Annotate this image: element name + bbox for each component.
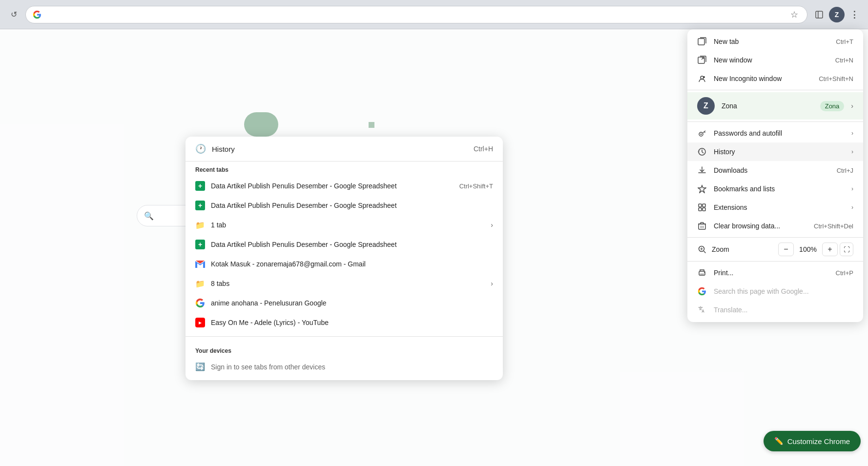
new-tab-icon: [697, 37, 707, 46]
history-item-text: 8 tabs: [211, 280, 485, 287]
recent-tabs-label: Recent tabs: [186, 162, 503, 176]
history-item[interactable]: Data Artikel Publish Penulis Desember - …: [186, 176, 503, 196]
sheets-icon: [195, 201, 205, 210]
history-item[interactable]: Kotak Masuk - zonaremaja678@gmail.com - …: [186, 254, 503, 274]
profile-avatar-button[interactable]: Z: [829, 7, 845, 22]
history-shortcut: Ctrl+H: [474, 145, 493, 153]
extensions-chevron-icon: ›: [851, 204, 853, 211]
fullscreen-button[interactable]: ⛶: [840, 243, 853, 256]
youtube-icon: [195, 318, 205, 327]
print-shortcut: Ctrl+P: [836, 269, 853, 277]
history-item[interactable]: Data Artikel Publish Penulis Desember - …: [186, 196, 503, 215]
svg-rect-2: [698, 39, 704, 45]
menu-history[interactable]: History ›: [687, 142, 863, 161]
svg-rect-1: [818, 11, 819, 18]
extensions-label: Extensions: [714, 203, 845, 211]
sheets-icon: [195, 240, 205, 249]
sidebar-toggle-button[interactable]: [811, 7, 827, 22]
extensions-icon: [697, 203, 707, 212]
svg-point-18: [704, 272, 705, 273]
sheets-icon: [195, 181, 205, 191]
history-item[interactable]: 📁 8 tabs ›: [186, 274, 503, 293]
zoom-out-button[interactable]: −: [778, 243, 794, 256]
history-item[interactable]: Data Artikel Publish Penulis Desember - …: [186, 235, 503, 254]
incognito-icon: [697, 74, 707, 83]
search-icon: 🔍: [144, 211, 154, 221]
history-item-text: anime anohana - Penelusuran Google: [211, 299, 493, 307]
menu-passwords[interactable]: Passwords and autofill ›: [687, 124, 863, 142]
history-item[interactable]: anime anohana - Penelusuran Google: [186, 293, 503, 313]
profile-chevron-icon: ›: [851, 102, 853, 110]
profile-avatar: Z: [697, 97, 715, 115]
history-header-left: 🕐 History: [195, 143, 235, 154]
bookmarks-icon: [697, 184, 707, 193]
history-item[interactable]: Easy On Me - Adele (Lyrics) - YouTube: [186, 313, 503, 332]
browser-actions: Z ⋮: [811, 7, 862, 22]
svg-rect-11: [703, 204, 705, 207]
google-g-icon: [33, 10, 41, 19]
print-label: Print...: [714, 269, 829, 277]
profile-name: Zona: [722, 102, 813, 110]
main-content: 🔍 🕐 History Ctrl+H Recent tabs Data Arti…: [0, 29, 868, 466]
history-item-text: Data Artikel Publish Penulis Desember - …: [211, 202, 493, 209]
menu-new-window[interactable]: New window Ctrl+N: [687, 51, 863, 69]
history-label: History: [714, 148, 845, 156]
new-window-label: New window: [714, 56, 828, 64]
zoom-in-button[interactable]: +: [822, 243, 838, 256]
passwords-chevron-icon: ›: [851, 130, 853, 137]
menu-translate[interactable]: Translate...: [687, 301, 863, 319]
clear-browsing-shortcut: Ctrl+Shift+Del: [814, 223, 853, 230]
svg-point-5: [703, 76, 705, 78]
new-tab-shortcut: Ctrl+T: [836, 38, 853, 45]
menu-print[interactable]: Print... Ctrl+P: [687, 263, 863, 282]
history-header-item[interactable]: 🕐 History Ctrl+H: [186, 137, 503, 162]
address-bar[interactable]: ☆: [25, 6, 807, 23]
more-options-button[interactable]: ⋮: [847, 7, 862, 22]
print-icon: [697, 268, 707, 277]
menu-extensions[interactable]: Extensions ›: [687, 198, 863, 217]
customize-chrome-label: Customize Chrome: [787, 437, 850, 446]
reload-button[interactable]: ↺: [6, 7, 21, 22]
menu-downloads[interactable]: Downloads Ctrl+J: [687, 161, 863, 180]
chrome-menu: New tab Ctrl+T New window Ctrl+N: [687, 29, 863, 322]
devices-section: Your devices 🔄 Sign in to see tabs from …: [186, 341, 503, 380]
zoom-control-row: Zoom − 100% + ⛶: [687, 240, 863, 259]
history-item[interactable]: 📁 1 tab ›: [186, 215, 503, 235]
sync-item[interactable]: 🔄 Sign in to see tabs from other devices: [186, 357, 503, 376]
menu-bookmarks[interactable]: Bookmarks and lists ›: [687, 180, 863, 198]
new-window-icon: [697, 56, 707, 64]
menu-new-tab[interactable]: New tab Ctrl+T: [687, 32, 863, 51]
history-clock-icon: 🕐: [195, 143, 206, 154]
history-item-text: Data Artikel Publish Penulis Desember - …: [211, 182, 454, 190]
bookmarks-label: Bookmarks and lists: [714, 185, 845, 193]
downloads-shortcut: Ctrl+J: [837, 167, 853, 174]
zoom-label: Zoom: [712, 245, 773, 253]
search-page-label: Search this page with Google...: [714, 287, 853, 295]
customize-chrome-button[interactable]: ✏️ Customize Chrome: [764, 431, 861, 451]
svg-rect-17: [700, 273, 704, 275]
gmail-icon: [195, 259, 205, 269]
downloads-label: Downloads: [714, 166, 830, 174]
incognito-label: New Incognito window: [714, 75, 812, 82]
pencil-icon: ✏️: [774, 437, 784, 446]
history-submenu-panel: 🕐 History Ctrl+H Recent tabs Data Artike…: [186, 137, 503, 380]
menu-divider-2: [687, 122, 863, 122]
passwords-icon: [697, 129, 707, 138]
url-input[interactable]: [45, 11, 785, 19]
svg-rect-0: [816, 11, 823, 18]
bookmarks-chevron-icon: ›: [851, 185, 853, 192]
bookmark-icon[interactable]: ☆: [788, 7, 800, 22]
browser-toolbar: ↺ ☆ Z ⋮: [0, 0, 868, 29]
menu-new-incognito[interactable]: New Incognito window Ctrl+Shift+N: [687, 69, 863, 88]
devices-label: Your devices: [186, 343, 503, 357]
chevron-right-icon: ›: [491, 280, 493, 287]
translate-label: Translate...: [714, 306, 853, 314]
svg-rect-14: [699, 224, 705, 229]
history-item-text: Kotak Masuk - zonaremaja678@gmail.com - …: [211, 260, 493, 268]
menu-search-page[interactable]: Search this page with Google...: [687, 282, 863, 301]
profile-badge: Zona: [820, 101, 845, 111]
translate-icon: [697, 305, 707, 314]
profile-section[interactable]: Z Zona Zona ›: [687, 92, 863, 120]
menu-clear-browsing[interactable]: Clear browsing data... Ctrl+Shift+Del: [687, 217, 863, 235]
folder-icon: 📁: [195, 220, 205, 230]
